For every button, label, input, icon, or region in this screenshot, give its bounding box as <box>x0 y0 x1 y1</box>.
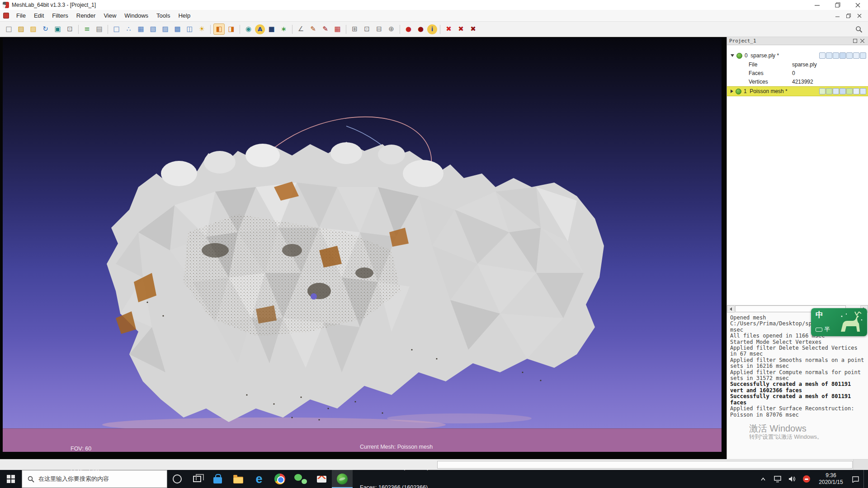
log-line: Applied filter Delete Selected Vertices … <box>730 345 865 357</box>
delete-mesh-button[interactable]: ✖ <box>443 23 454 35</box>
scrollbar-thumb[interactable] <box>437 461 853 469</box>
info-button[interactable]: i <box>427 24 437 34</box>
render-texture-button[interactable]: ◫ <box>184 23 195 35</box>
gl-viewport[interactable]: FOV: 60 FPS: 14.8 Current Mesh: Poisson … <box>3 38 722 452</box>
menu-file[interactable]: File <box>12 10 30 21</box>
menu-view[interactable]: View <box>99 10 120 21</box>
taskbar-app-edge[interactable]: e <box>249 470 269 488</box>
mdi-workspace: FOV: 60 FPS: 14.8 Current Mesh: Poisson … <box>0 37 868 459</box>
new-project-button[interactable]: □ <box>3 23 14 35</box>
ime-status-panel[interactable]: 中 半 <box>811 308 867 336</box>
mdi-restore-button[interactable] <box>844 12 853 19</box>
workspace-scrollbar[interactable] <box>0 459 868 470</box>
render-points-button[interactable]: ∴ <box>123 23 134 35</box>
reload-button[interactable]: ↻ <box>40 23 51 35</box>
expand-arrow-icon[interactable] <box>731 89 733 93</box>
toggle-color[interactable] <box>860 52 866 59</box>
taskbar-app-mail[interactable] <box>311 470 332 488</box>
mdi-minimize-button[interactable] <box>834 12 842 19</box>
taskbar-app-wechat[interactable] <box>290 470 311 488</box>
save-project-button[interactable]: ▣ <box>52 23 63 35</box>
keyboard-icon[interactable] <box>816 328 822 332</box>
snapshot-button[interactable]: ⊡ <box>64 23 75 35</box>
render-smooth-button[interactable]: ▩ <box>172 23 183 35</box>
radiance-scaling-button[interactable]: ∗ <box>278 23 289 35</box>
layer-row-sparse[interactable]: 0 sparse.ply * <box>727 51 868 61</box>
hidden-icons-button[interactable] <box>757 470 769 488</box>
toggle-bbox[interactable] <box>819 88 826 94</box>
zpaint-button[interactable]: ✎ <box>320 23 331 35</box>
select-vertices-button[interactable]: ⊡ <box>361 23 373 35</box>
render-bbox-button[interactable]: □ <box>111 23 122 35</box>
toggle-wireframe[interactable] <box>833 88 839 94</box>
filter-search-button[interactable] <box>854 24 864 35</box>
toggle-smooth[interactable] <box>846 88 853 94</box>
scroll-left-button[interactable] <box>727 305 735 313</box>
cortana-button[interactable] <box>167 470 187 488</box>
align-reference-button[interactable]: ⊕ <box>386 23 397 35</box>
toggle-points[interactable] <box>826 52 832 59</box>
toggle-smooth[interactable] <box>846 52 853 59</box>
toggle-flat[interactable] <box>840 88 846 94</box>
start-button[interactable] <box>0 470 22 488</box>
globe-texture-button[interactable]: ◉ <box>243 23 254 35</box>
layer-toggles <box>819 52 866 59</box>
pick-points-button[interactable]: ✎ <box>307 23 319 35</box>
minimize-button[interactable] <box>807 0 827 10</box>
menu-help[interactable]: Help <box>174 10 194 21</box>
toggle-bbox[interactable] <box>819 52 826 59</box>
toggle-flat[interactable] <box>840 52 846 59</box>
menu-windows[interactable]: Windows <box>120 10 152 21</box>
import-mesh-button[interactable]: ▨ <box>28 23 39 35</box>
delete-selected-faces-button[interactable]: ● <box>403 23 414 35</box>
collapse-arrow-icon[interactable] <box>731 54 734 57</box>
action-center-button[interactable] <box>849 470 862 488</box>
close-button[interactable] <box>848 0 868 10</box>
taskbar-app-chrome[interactable] <box>269 470 290 488</box>
toggle-texture[interactable] <box>853 88 859 94</box>
selected-face-render-button[interactable]: ◧ <box>213 23 225 35</box>
measure-tool-button[interactable]: ∠ <box>295 23 307 35</box>
quality-mapper-button[interactable]: ▦ <box>332 23 343 35</box>
menu-tools[interactable]: Tools <box>152 10 174 21</box>
taskbar-app-meshlab[interactable] <box>332 470 353 488</box>
layer-row-poisson[interactable]: 1 Poisson mesh * <box>727 86 868 96</box>
taskbar-clock[interactable]: 9:36 2020/1/15 <box>815 472 847 486</box>
light-toggle-button[interactable]: ☀ <box>196 23 208 35</box>
taskbar-app-file-explorer[interactable] <box>228 470 249 488</box>
selected-vertex-render-button[interactable]: ◨ <box>226 23 237 35</box>
select-connected-button[interactable]: ⊟ <box>373 23 385 35</box>
antivirus-tray-button[interactable] <box>800 470 813 488</box>
show-desktop-button[interactable] <box>863 470 866 488</box>
open-project-button[interactable]: ▨ <box>15 23 27 35</box>
menu-edit[interactable]: Edit <box>30 10 48 21</box>
render-hiddenlines-button[interactable]: ▧ <box>147 23 159 35</box>
render-flat-button[interactable]: ▨ <box>160 23 171 35</box>
menu-render[interactable]: Render <box>72 10 100 21</box>
menu-filters[interactable]: Filters <box>48 10 72 21</box>
delete-all-button[interactable]: ✖ <box>467 23 479 35</box>
taskbar-app-store[interactable] <box>207 470 228 488</box>
select-faces-button[interactable]: ⊞ <box>349 23 360 35</box>
show-layer-dialog-button[interactable]: ≡ <box>81 23 93 35</box>
volume-tray-button[interactable] <box>786 470 798 488</box>
display-tray-button[interactable] <box>771 470 784 488</box>
task-view-button[interactable] <box>187 470 207 488</box>
panel-float-button[interactable] <box>851 38 859 44</box>
mdi-close-button[interactable] <box>855 12 863 19</box>
restore-button[interactable] <box>827 0 848 10</box>
delete-selected-vertices-button[interactable]: ● <box>415 23 426 35</box>
project-panel-title: Project_1 <box>729 38 756 44</box>
ime-chinese-mode-label[interactable]: 中 <box>816 311 830 319</box>
toggle-wireframe[interactable] <box>833 52 839 59</box>
ime-halfwidth-label[interactable]: 半 <box>824 325 830 333</box>
show-raster-dialog-button[interactable]: ▤ <box>94 23 105 35</box>
shadow-mapping-button[interactable]: ■ <box>266 23 277 35</box>
toggle-color[interactable] <box>860 88 866 94</box>
panel-close-button[interactable] <box>859 38 866 44</box>
render-wireframe-button[interactable]: ▦ <box>135 23 146 35</box>
toggle-points[interactable] <box>826 88 832 94</box>
delete-raster-button[interactable]: ✖ <box>455 23 467 35</box>
ambient-occlusion-button[interactable]: A <box>255 24 265 34</box>
toggle-texture[interactable] <box>853 52 859 59</box>
